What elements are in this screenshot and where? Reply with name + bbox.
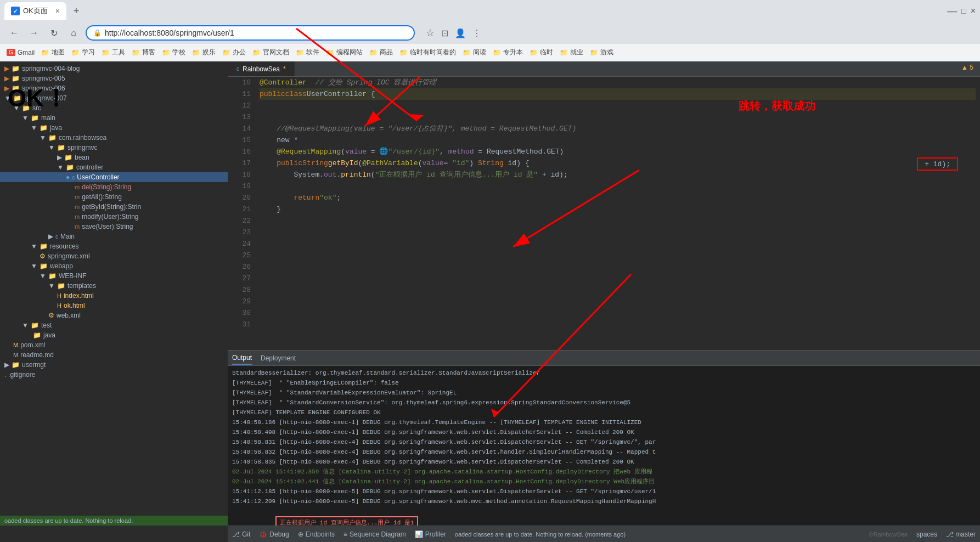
tree-item-webapp[interactable]: ▼ 📁 webapp: [0, 261, 228, 271]
profile-icon[interactable]: 👤: [455, 28, 466, 38]
tree-item-test[interactable]: ▼ 📁 test: [0, 320, 228, 330]
tree-item-test-java[interactable]: 📁 java: [0, 330, 228, 340]
tree-item-pom[interactable]: M pom.xml: [0, 340, 228, 350]
bookmark-goods[interactable]: 商品: [369, 48, 393, 57]
bookmark-games[interactable]: 游戏: [590, 48, 613, 57]
tree-item-controller[interactable]: ▼ 📁 controller: [0, 162, 228, 172]
editor-tab-usercontroller[interactable]: c RainbowSea *: [228, 61, 295, 76]
git-btn[interactable]: ⎇ Git: [232, 530, 250, 538]
bookmark-upgrade[interactable]: 专升本: [493, 48, 523, 57]
new-tab-button[interactable]: +: [69, 3, 84, 19]
tree-item-method-save[interactable]: m save(User):String: [0, 222, 228, 232]
console-area: Output Deployment StandardBesserializer:…: [228, 350, 980, 526]
tree-item-springmvc-007[interactable]: ▼ 📁 springmvc-007: [0, 93, 228, 103]
tree-item-bean[interactable]: ▶ 📁 bean: [0, 153, 228, 162]
bookmark-coding-sites[interactable]: 编程网站: [326, 48, 363, 57]
tree-item-main-class[interactable]: ▶ c Main: [0, 232, 228, 241]
log-line-8: 15:40:58.831 [http-nio-8080-exec-4] DEBU…: [232, 437, 976, 447]
tree-item-src[interactable]: ▼ 📁 src: [0, 103, 228, 113]
console-tab-deployment[interactable]: Deployment: [261, 352, 296, 364]
forward-btn[interactable]: →: [26, 25, 42, 41]
bookmark-office[interactable]: 办公: [222, 48, 246, 57]
tree-item-method-getall[interactable]: m getAll():String: [0, 192, 228, 202]
code-line-new: new *: [260, 134, 976, 146]
bookmark-temp-reading[interactable]: 临时有时间看的: [399, 48, 456, 57]
tree-item-springmvc-004[interactable]: ▶ 📁 springmvc-004-blog: [0, 64, 228, 74]
endpoints-btn[interactable]: ⊕ Endpoints: [298, 530, 335, 538]
log-line-4: [THYMELEAF] * "StandardConversionService…: [232, 398, 976, 408]
media-icon[interactable]: ⊡: [441, 28, 448, 38]
tree-item-usercontroller[interactable]: ● c UserController: [0, 172, 228, 182]
tree-item-resources[interactable]: ▼ 📁 resources: [0, 241, 228, 251]
code-line-31: [260, 330, 976, 342]
back-btn[interactable]: ←: [7, 25, 22, 41]
bottom-bar: ⎇ Git 🐞 Debug ⊕ Endpoints ≡ Sequence Dia…: [228, 526, 980, 542]
tree-item-ok-html[interactable]: H ok.html: [0, 301, 228, 310]
tab-bar: ✓ OK页面 × + — □ ×: [0, 0, 980, 22]
browser-tab[interactable]: ✓ OK页面 ×: [4, 2, 66, 20]
tree-item-web-xml[interactable]: ⚙ web.xml: [0, 310, 228, 320]
tree-item-springmvc-006[interactable]: ▶ 📁 springmvc-006: [0, 83, 228, 93]
watermark: ©RainbowSea: [869, 531, 907, 538]
tree-item-main[interactable]: ▼ 📁 main: [0, 113, 228, 123]
log-line-11: 02-Jul-2024 15:41:02.359 信息 [Catalina-ut…: [232, 467, 976, 477]
log-highlight-box: 正在根据用户 id 查询用户信息...用户 id 是1: [275, 516, 418, 526]
close-btn[interactable]: ×: [971, 6, 976, 16]
spaces-indicator[interactable]: spaces: [916, 530, 937, 538]
profiler-btn[interactable]: 📊 Profiler: [415, 530, 446, 538]
tab-close-btn[interactable]: ×: [55, 7, 60, 15]
bookmark-tools[interactable]: 工具: [102, 48, 125, 57]
bookmark-blog[interactable]: 博客: [132, 48, 155, 57]
bookmark-gmail[interactable]: G Gmail: [7, 49, 35, 57]
code-editor: 10 11 12 13 14 15 16 17 18 19 20 21 22 2…: [228, 77, 980, 350]
line-numbers: 10 11 12 13 14 15 16 17 18 19 20 21 22 2…: [228, 77, 255, 350]
tree-item-springmvc-xml[interactable]: ⚙ springmvc.xml: [0, 251, 228, 261]
tree-item-method-getbyid[interactable]: m getById(String):Strin: [0, 202, 228, 212]
java-file-icon: c: [236, 66, 239, 72]
bookmark-map[interactable]: 地图: [41, 48, 65, 57]
tree-item-webinf[interactable]: ▼ 📁 WEB-INF: [0, 271, 228, 281]
code-line-11: public class UserController {: [260, 88, 976, 100]
maximize-btn[interactable]: □: [961, 7, 966, 15]
log-line-5: [THYMELEAF] TEMPLATE ENGINE CONFIGURED O…: [232, 408, 976, 417]
tree-item-index-html[interactable]: H index.html: [0, 291, 228, 301]
tree-item-gitignore[interactable]: . .gitignore: [0, 370, 228, 380]
bookmark-official-docs[interactable]: 官网文档: [252, 48, 289, 57]
menu-icon[interactable]: ⋮: [472, 28, 481, 38]
sequence-diagram-icon: ≡: [343, 530, 347, 538]
address-bar[interactable]: 🔒 http://localhost:8080/springmvc/user/1: [86, 25, 415, 41]
tree-item-springmvc-005[interactable]: ▶ 📁 springmvc-005: [0, 74, 228, 83]
code-line-15: @RequestMapping(value = 🌐"/user/{id}", m…: [260, 146, 976, 157]
code-line-28: [260, 296, 976, 307]
home-btn[interactable]: ⌂: [66, 25, 81, 41]
bookmark-reading[interactable]: 阅读: [463, 48, 486, 57]
console-tab-output[interactable]: Output: [232, 352, 252, 365]
bookmark-software[interactable]: 软件: [296, 48, 319, 57]
master-branch[interactable]: ⎇ master: [946, 530, 976, 538]
minimize-btn[interactable]: —: [947, 5, 957, 17]
endpoints-icon: ⊕: [298, 530, 303, 538]
bookmark-entertainment[interactable]: 娱乐: [192, 48, 216, 57]
sequence-diagram-btn[interactable]: ≡ Sequence Diagram: [343, 530, 406, 538]
bookmark-study[interactable]: 学习: [71, 48, 95, 57]
tree-item-method-del[interactable]: m del(String):String: [0, 182, 228, 192]
bookmark-school[interactable]: 学校: [162, 48, 185, 57]
log-line-12: 02-Jul-2024 15:41:02.441 信息 [Catalina-ut…: [232, 477, 976, 487]
debug-btn[interactable]: 🐞 Debug: [259, 530, 289, 538]
bookmark-star-icon[interactable]: ☆: [426, 27, 435, 39]
tree-item-method-modify[interactable]: m modify(User):String: [0, 212, 228, 222]
code-line-17: System.out.println("正在根据用户 id 查询用户信息...用…: [260, 169, 976, 180]
tree-item-java[interactable]: ▼ 📁 java: [0, 123, 228, 133]
code-content[interactable]: @Controller // 交给 Spring IOC 容器进行管理 publ…: [255, 77, 980, 350]
tree-item-com-rainbowsea[interactable]: ▼ 📁 com.rainbowsea: [0, 133, 228, 143]
tree-item-springmvc-pkg[interactable]: ▼ 📁 springmvc: [0, 143, 228, 153]
reload-btn[interactable]: ↻: [46, 25, 61, 41]
bookmark-temp[interactable]: 临时: [530, 48, 553, 57]
tree-item-readme[interactable]: M readme.md: [0, 350, 228, 360]
address-bar-row: ← → ↻ ⌂ 🔒 http://localhost:8080/springmv…: [0, 22, 980, 44]
url-text: http://localhost:8080/springmvc/user/1: [105, 29, 234, 37]
tree-item-usermgt[interactable]: ▶ 📁 usermgt: [0, 360, 228, 370]
tree-item-templates[interactable]: ▼ 📁 templates: [0, 281, 228, 291]
bookmark-jobs[interactable]: 就业: [560, 48, 583, 57]
warning-badge: ▲ 5: [961, 64, 973, 71]
